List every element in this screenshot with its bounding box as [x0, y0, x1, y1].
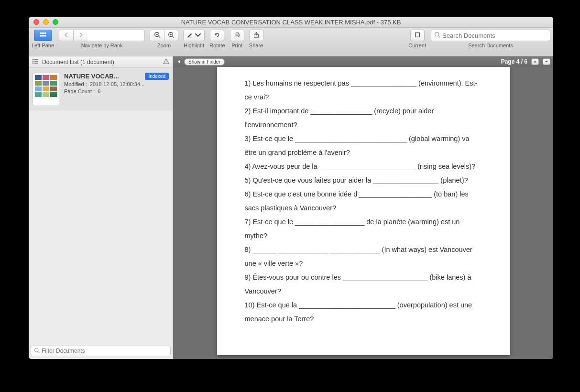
page-line: 7) Est-ce que le __________________ de l… — [245, 215, 482, 243]
search-documents-field[interactable] — [431, 30, 550, 41]
highlighter-icon — [186, 32, 193, 40]
svg-line-7 — [158, 36, 160, 38]
print-label: Print — [231, 43, 242, 48]
svg-rect-5 — [44, 35, 46, 37]
square-icon — [414, 32, 421, 40]
document-page: 1) Les humains ne respectent pas _______… — [217, 67, 510, 355]
svg-line-10 — [173, 36, 175, 38]
zoom-label: Zoom — [157, 43, 171, 48]
modified-value: 2018-12-05, 12:00:34... — [90, 81, 144, 87]
svg-point-23 — [33, 63, 33, 64]
chevron-left-icon — [63, 32, 70, 40]
svg-rect-2 — [44, 32, 46, 34]
page-line: 6) Est-ce que c'est une bonne idée d'___… — [245, 187, 482, 215]
search-icon — [34, 348, 40, 355]
search-icon — [434, 32, 440, 39]
svg-point-21 — [33, 59, 33, 60]
search-group: Search Documents — [431, 30, 550, 48]
app-window: NATURE VOCAB CONVERSATION CLASS WEAK INT… — [29, 17, 553, 359]
page-down-button[interactable] — [543, 58, 550, 65]
left-pane-label: Left Pane — [32, 43, 54, 48]
warning-icon[interactable] — [163, 58, 170, 66]
page-line: 5) Qu'est-ce que vous faites pour aider … — [245, 174, 482, 187]
nav-back-button[interactable] — [59, 30, 73, 41]
share-label: Share — [249, 43, 263, 48]
svg-rect-18 — [415, 33, 419, 37]
nav-forward-button[interactable] — [73, 30, 88, 41]
left-pane-toggle-button[interactable] — [34, 30, 52, 41]
share-button[interactable] — [249, 30, 263, 41]
sidebar-header: Document List (1 document) — [29, 56, 173, 68]
svg-rect-13 — [187, 37, 193, 38]
toolbar: Left Pane Navigate by Rank — [29, 28, 553, 56]
left-pane-group: Left Pane — [32, 30, 54, 48]
svg-line-20 — [438, 36, 440, 37]
highlight-label: Highlight — [184, 43, 204, 48]
svg-rect-4 — [42, 35, 44, 37]
rotate-icon — [214, 32, 220, 40]
page-area: Show in Finder Page 4 / 6 1) Les humains… — [173, 56, 553, 359]
chevron-down-icon — [195, 32, 201, 40]
page-scroll-area[interactable]: 1) Les humains ne respectent pas _______… — [173, 67, 553, 359]
page-up-button[interactable] — [531, 58, 539, 65]
svg-line-30 — [38, 351, 39, 353]
current-button[interactable] — [410, 30, 425, 41]
svg-point-28 — [166, 62, 167, 63]
zoom-out-icon — [154, 32, 161, 40]
zoom-group: Zoom — [150, 30, 178, 48]
share-icon — [253, 32, 260, 40]
navigate-group: Navigate by Rank — [59, 30, 145, 48]
window-title: NATURE VOCAB CONVERSATION CLASS WEAK INT… — [29, 19, 553, 26]
modified-key: Modified : — [64, 81, 87, 87]
pagecount-key: Page Count : — [64, 88, 95, 94]
print-button[interactable] — [230, 30, 244, 41]
highlight-button[interactable] — [183, 30, 205, 41]
sidebar: Document List (1 document) NATURE VOCAB.… — [29, 56, 173, 359]
document-list-item[interactable]: NATURE VOCAB... Indexed Modified : 2018-… — [29, 68, 173, 110]
list-icon — [32, 57, 39, 66]
page-indicator: Page 4 / 6 — [501, 58, 527, 65]
svg-rect-0 — [40, 32, 42, 34]
rotate-group: Rotate — [209, 30, 225, 48]
navigate-label: Navigate by Rank — [81, 43, 123, 48]
page-line: 10) Est-ce que la ______________________… — [245, 298, 482, 326]
current-group: Current — [408, 30, 426, 48]
window-minimize-button[interactable] — [43, 19, 49, 25]
search-input[interactable] — [442, 32, 547, 39]
pagecount-value: 6 — [98, 88, 100, 94]
document-info: NATURE VOCAB... Indexed Modified : 2018-… — [64, 73, 169, 105]
titlebar[interactable]: NATURE VOCAB CONVERSATION CLASS WEAK INT… — [29, 17, 553, 28]
window-zoom-button[interactable] — [53, 19, 58, 25]
page-top-bar: Show in Finder Page 4 / 6 — [173, 56, 553, 67]
page-line: 4) Avez-vous peur de la ________________… — [245, 160, 482, 174]
page-line: 1) Les humains ne respectent pas _______… — [245, 76, 482, 104]
printer-icon — [234, 32, 241, 40]
svg-point-19 — [435, 33, 439, 36]
window-close-button[interactable] — [33, 19, 39, 25]
chevron-right-icon — [77, 32, 84, 40]
zoom-out-button[interactable] — [150, 30, 164, 41]
rotate-label: Rotate — [209, 43, 225, 48]
filter-documents-field[interactable] — [31, 346, 171, 356]
highlight-group: Highlight — [183, 30, 205, 48]
content-area: Document List (1 document) NATURE VOCAB.… — [29, 56, 553, 359]
zoom-in-button[interactable] — [164, 30, 178, 41]
rank-field[interactable] — [88, 30, 145, 41]
current-label: Current — [408, 43, 426, 48]
page-line: 2) Est-il important de ________________ … — [245, 104, 482, 132]
page-line: 3) Est-ce que le _______________________… — [245, 132, 482, 160]
indexed-badge: Indexed — [145, 73, 169, 80]
print-group: Print — [230, 30, 244, 48]
show-in-finder-button[interactable]: Show in Finder — [184, 58, 225, 65]
document-title: NATURE VOCAB... — [64, 73, 142, 80]
collapse-sidebar-arrow[interactable] — [176, 60, 180, 64]
svg-rect-1 — [42, 32, 44, 34]
grid-icon — [40, 32, 46, 40]
rotate-button[interactable] — [210, 30, 224, 41]
svg-point-22 — [33, 61, 33, 62]
svg-rect-3 — [40, 35, 42, 37]
share-group: Share — [249, 30, 263, 48]
filter-input[interactable] — [42, 348, 167, 354]
document-thumbnail — [33, 73, 59, 105]
page-line: 9) Êtes-vous pour ou contre les ________… — [245, 271, 482, 298]
